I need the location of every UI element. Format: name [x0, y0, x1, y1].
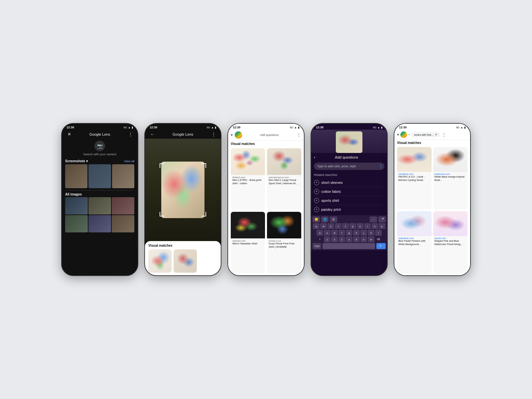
key-d[interactable]: d — [331, 230, 338, 236]
img-cell-4[interactable] — [65, 215, 88, 232]
sock-card-2[interactable]: boldsocks.com White black orange tropica… — [433, 147, 468, 209]
status-icons-5: 5G ▲ ▮ — [456, 126, 466, 129]
result-card-1[interactable]: farfetch.com Men | ETRO - floral-print s… — [231, 148, 265, 210]
search-chip[interactable]: socks with this... ✕ — [411, 132, 440, 137]
result-img-2 — [267, 148, 301, 175]
key-m[interactable]: m — [368, 236, 374, 242]
img-cell-2[interactable] — [88, 197, 111, 214]
key-y[interactable]: y — [349, 223, 356, 229]
img-cell-1[interactable] — [65, 197, 88, 214]
result-card-2[interactable]: neimanmarcus.com Etro Men's Large Floral… — [267, 148, 301, 210]
result-card-4[interactable]: romwe.co.in Guys Floral Print Polo Shirt… — [267, 212, 301, 273]
add-btn-5[interactable]: + — [408, 133, 410, 136]
related-text-2: cotton fabric — [321, 190, 341, 194]
related-item-1[interactable]: + short sleeves — [314, 178, 384, 187]
key-r[interactable]: r — [335, 223, 341, 229]
globe-key[interactable]: 🌐 — [321, 216, 329, 222]
more-icon-2[interactable]: ⋮ — [210, 132, 217, 137]
keyboard-row-1: q w e r t y u i o p — [312, 223, 386, 229]
user-avatar — [235, 131, 242, 139]
sock-card-1[interactable]: santafixie.com PACIFIC & CO - Lanai - Wo… — [397, 147, 432, 209]
chip-close-btn[interactable]: ✕ — [435, 133, 438, 136]
screenshot-3[interactable] — [112, 164, 134, 188]
search-input-bar[interactable]: Type to add color, price, style — [314, 163, 384, 170]
more-icon-1[interactable]: ⋮ — [127, 132, 134, 137]
plus-icon-3: + — [314, 198, 319, 203]
screenshot-1[interactable] — [65, 164, 87, 188]
key-search[interactable]: 🔍 — [376, 243, 386, 249]
result-source-1: farfetch.com — [232, 176, 263, 179]
related-item-3[interactable]: + sports shirt — [314, 196, 384, 205]
img-cell-5[interactable] — [88, 215, 111, 232]
search-key-icon: 🔍 — [379, 245, 383, 248]
img-cell-3[interactable] — [112, 197, 134, 214]
battery-icon-1: ▮ — [132, 126, 133, 129]
wifi-4: ▲ — [377, 126, 380, 129]
result-title-2: Etro Men's Large Floral Sport Shirt | Ne… — [269, 179, 300, 186]
status-bar-1: 12:30 5G ▲ ▮ — [62, 124, 138, 130]
screenshot-2[interactable] — [88, 164, 111, 188]
key-v[interactable]: v — [346, 236, 352, 242]
key-s[interactable]: s — [324, 230, 331, 236]
key-shift[interactable]: ⇧ — [317, 236, 323, 242]
key-k[interactable]: k — [368, 230, 374, 236]
view-all-btn[interactable]: View all — [124, 160, 134, 163]
sock-img-1 — [397, 147, 432, 172]
add-questions-title: Add questions — [317, 155, 376, 159]
vm-title: Visual matches — [148, 244, 217, 247]
search-input-row: Type to add color, price, style — [311, 161, 387, 171]
chevron-down-icon-5[interactable]: ▾ — [397, 132, 399, 137]
key-l[interactable]: l — [375, 230, 382, 236]
key-a[interactable]: a — [317, 230, 323, 236]
sock-source-2: boldsocks.com — [435, 173, 466, 175]
related-item-2[interactable]: + cotton fabric — [314, 187, 384, 196]
more-keys[interactable]: ··· — [370, 216, 377, 222]
key-space[interactable] — [323, 243, 375, 249]
related-item-4[interactable]: + paisley print — [314, 205, 384, 214]
key-o[interactable]: o — [371, 223, 378, 229]
more-icon-5[interactable]: ⋮ — [442, 132, 446, 137]
back-icon-4[interactable]: ‹ — [314, 155, 315, 160]
key-j[interactable]: j — [360, 230, 367, 236]
key-e[interactable]: e — [328, 223, 334, 229]
key-i[interactable]: i — [364, 223, 371, 229]
add-questions-btn[interactable]: Add questions — [244, 133, 295, 137]
chevron-down-icon[interactable]: ▾ — [231, 133, 233, 137]
key-q[interactable]: q — [313, 223, 320, 229]
back-icon-2[interactable]: ← — [149, 132, 156, 137]
key-x[interactable]: x — [331, 236, 338, 242]
sock-card-4[interactable]: zazzle.com Elegant Pink and Blue Waterco… — [433, 211, 468, 274]
emoji-key[interactable]: 😊 — [313, 216, 320, 222]
plus-icon-2: + — [314, 189, 319, 194]
result-img-1 — [231, 148, 265, 175]
result-img-3 — [231, 212, 265, 238]
camera-button[interactable]: 📷 — [94, 141, 105, 151]
close-icon[interactable]: ✕ — [66, 132, 72, 137]
key-backspace[interactable]: ⌫ — [375, 236, 382, 242]
mic-key[interactable]: 🎤 — [378, 216, 386, 222]
vm-thumb-2[interactable] — [174, 249, 197, 273]
key-b[interactable]: b — [353, 236, 360, 242]
key-n[interactable]: n — [360, 236, 367, 242]
sock-card-3[interactable]: redbubble.com Blue Pastel Flowers with W… — [397, 211, 432, 274]
key-t[interactable]: t — [342, 223, 349, 229]
vm-thumb-1[interactable] — [148, 249, 172, 273]
key-numbers[interactable]: ?123 — [313, 243, 321, 249]
key-c[interactable]: c — [338, 236, 345, 242]
key-z[interactable]: z — [324, 236, 331, 242]
key-u[interactable]: u — [357, 223, 363, 229]
key-w[interactable]: w — [320, 223, 327, 229]
key-f[interactable]: f — [338, 230, 345, 236]
wifi-3: ▲ — [294, 126, 297, 129]
settings-key[interactable]: ⚙ — [330, 216, 337, 222]
phone1-header: ✕ Google Lens ⋮ — [62, 130, 138, 139]
visual-matches-title-5: Visual matches — [394, 140, 470, 145]
scan-corners — [160, 163, 206, 216]
related-text-3: sports shirt — [321, 199, 339, 202]
key-p[interactable]: p — [379, 223, 385, 229]
more-icon-3[interactable]: ⋮ — [297, 132, 301, 138]
result-card-3[interactable]: walmart.com Men's Hawaiian Shirt — [231, 212, 265, 273]
key-g[interactable]: g — [346, 230, 352, 236]
img-cell-6[interactable] — [112, 215, 134, 232]
key-h[interactable]: h — [353, 230, 360, 236]
